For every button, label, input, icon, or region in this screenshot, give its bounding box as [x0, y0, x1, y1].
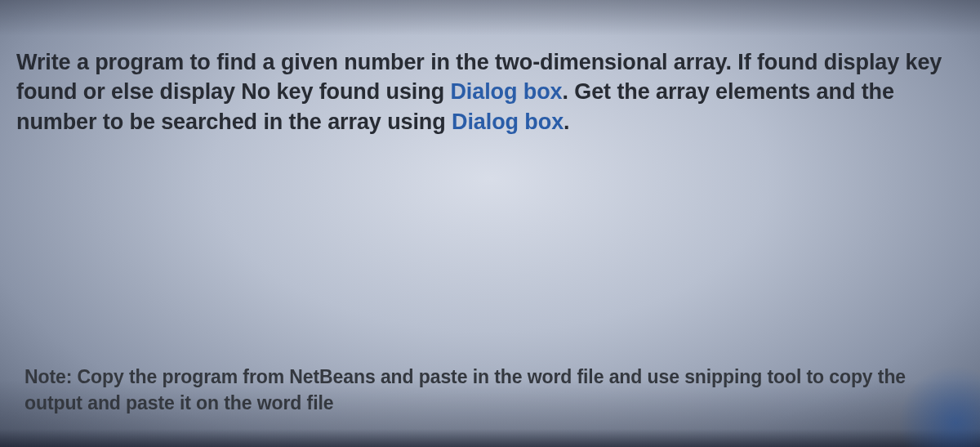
question-content: Write a program to find a given number i… — [0, 0, 980, 136]
bottom-shadow — [0, 429, 980, 447]
dialog-box-link-2[interactable]: Dialog box — [452, 110, 564, 134]
question-paragraph: Write a program to find a given number i… — [16, 47, 964, 136]
dialog-box-link-1[interactable]: Dialog box — [450, 79, 562, 104]
question-text-part-3: . — [564, 110, 569, 134]
note-paragraph: Note: Copy the program from NetBeans and… — [24, 364, 956, 416]
